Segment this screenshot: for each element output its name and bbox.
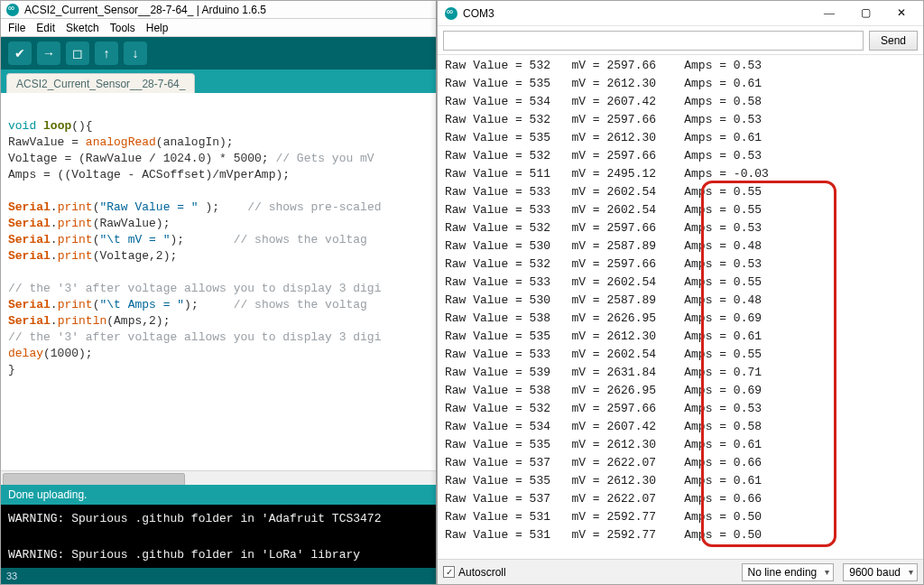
minimize-button[interactable]: —: [811, 1, 847, 25]
new-button[interactable]: ◻: [66, 42, 89, 65]
arduino-ide-window: ACSI2_Current_Sensor__28-7-64_ | Arduino…: [0, 0, 437, 585]
ide-status-text: Done uploading.: [8, 488, 87, 501]
arrow-right-icon: →: [42, 47, 55, 60]
serial-titlebar: COM3 — ▢ ✕: [438, 1, 923, 26]
menu-file[interactable]: File: [8, 22, 25, 34]
ide-line-number: 33: [6, 571, 17, 581]
ide-menubar: File Edit Sketch Tools Help: [1, 19, 436, 37]
ide-toolbar: ✔ → ◻ ↑ ↓: [1, 37, 436, 70]
maximize-button[interactable]: ▢: [847, 1, 883, 25]
upload-button[interactable]: →: [37, 42, 60, 65]
serial-monitor-window: COM3 — ▢ ✕ Send Raw Value = 532 mV = 259…: [437, 0, 924, 585]
code-line: Serial.print(RawValue);: [8, 216, 429, 232]
arduino-icon: [445, 7, 457, 20]
menu-help[interactable]: Help: [146, 22, 169, 34]
ide-console[interactable]: WARNING: Spurious .github folder in 'Ada…: [1, 505, 436, 568]
code-line: Serial.print("\t mV = "); // shows the v…: [8, 232, 429, 248]
arrow-up-icon: ↑: [104, 47, 110, 60]
code-line: [8, 265, 429, 281]
code-line: Serial.print("Raw Value = " ); // shows …: [8, 200, 429, 216]
autoscroll-checkbox[interactable]: ✓ Autoscroll: [443, 566, 506, 579]
menu-edit[interactable]: Edit: [36, 22, 55, 34]
serial-footer: ✓ Autoscroll No line ending 9600 baud: [438, 559, 923, 584]
code-line: Amps = ((Voltage - ACSoffset)/mVperAmp);: [8, 167, 429, 183]
menu-sketch[interactable]: Sketch: [66, 22, 99, 34]
code-line: [8, 183, 429, 200]
serial-title: COM3: [463, 7, 811, 20]
menu-tools[interactable]: Tools: [110, 22, 135, 34]
ide-footer: 33: [1, 568, 436, 584]
code-line: [8, 102, 429, 118]
open-button[interactable]: ↑: [95, 42, 118, 65]
code-editor[interactable]: void loop(){RawValue = analogRead(analog…: [1, 93, 436, 485]
code-line: Serial.println(Amps,2);: [8, 313, 429, 330]
ide-tabbar: ACSI2_Current_Sensor__28-7-64_: [1, 70, 436, 93]
baud-select[interactable]: 9600 baud: [843, 563, 918, 581]
code-line: RawValue = analogRead(analogIn);: [8, 135, 429, 151]
file-icon: ◻: [72, 47, 83, 60]
verify-button[interactable]: ✔: [8, 42, 32, 65]
serial-lines: Raw Value = 532 mV = 2597.66 Amps = 0.53…: [445, 57, 916, 544]
code-line: }: [8, 362, 429, 378]
ide-titlebar: ACSI2_Current_Sensor__28-7-64_ | Arduino…: [1, 1, 436, 19]
close-button[interactable]: ✕: [883, 1, 919, 25]
code-line: Serial.print("\t Amps = "); // shows the…: [8, 297, 429, 313]
code-line: void loop(){: [8, 118, 429, 135]
arduino-icon: [6, 4, 19, 16]
send-button[interactable]: Send: [869, 31, 918, 51]
check-icon: ✔: [14, 47, 25, 60]
horizontal-scrollbar[interactable]: [1, 470, 436, 485]
code-line: Voltage = (RawValue / 1024.0) * 5000; //…: [8, 151, 429, 167]
line-ending-select[interactable]: No line ending: [742, 563, 835, 581]
code-line: // the '3' after voltage allows you to d…: [8, 330, 429, 346]
ide-status-bar: Done uploading.: [1, 485, 436, 505]
code-line: delay(1000);: [8, 346, 429, 362]
arrow-down-icon: ↓: [133, 47, 139, 60]
baud-value: 9600 baud: [849, 566, 901, 579]
autoscroll-label: Autoscroll: [458, 566, 506, 579]
ide-title: ACSI2_Current_Sensor__28-7-64_ | Arduino…: [24, 4, 266, 16]
line-ending-value: No line ending: [748, 566, 818, 579]
serial-output[interactable]: Raw Value = 532 mV = 2597.66 Amps = 0.53…: [438, 55, 923, 559]
serial-input[interactable]: [443, 31, 864, 51]
serial-send-row: Send: [438, 26, 923, 55]
save-button[interactable]: ↓: [124, 42, 147, 65]
sketch-tab[interactable]: ACSI2_Current_Sensor__28-7-64_: [6, 73, 195, 93]
code-line: Serial.print(Voltage,2);: [8, 248, 429, 265]
checkbox-icon: ✓: [443, 566, 455, 578]
code-line: // the '3' after voltage allows you to d…: [8, 281, 429, 297]
